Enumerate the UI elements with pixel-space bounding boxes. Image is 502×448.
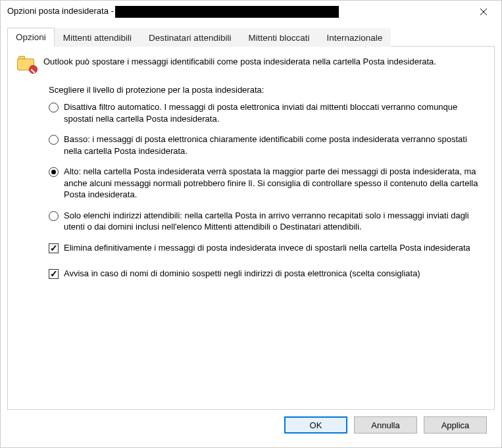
radio-solo-elenchi[interactable] <box>49 211 59 221</box>
close-button[interactable] <box>472 3 495 21</box>
close-icon <box>480 8 488 16</box>
checkbox-avvisa-label: Avvisa in caso di nomi di dominio sospet… <box>64 268 482 280</box>
radio-alto-label: Alto: nella cartella Posta indesiderata … <box>64 166 482 201</box>
redacted-account <box>115 6 339 18</box>
radio-disattiva[interactable] <box>49 103 59 112</box>
checkbox-elimina[interactable] <box>49 243 59 253</box>
intro-text: Outlook può spostare i messaggi identifi… <box>43 56 436 68</box>
radio-basso[interactable] <box>49 135 59 145</box>
ok-button[interactable]: OK <box>284 416 347 434</box>
apply-button[interactable]: Applica <box>424 416 487 434</box>
radio-alto[interactable] <box>49 167 59 177</box>
tab-mittenti-bloccati[interactable]: Mittenti bloccati <box>239 28 318 47</box>
button-bar: OK Annulla Applica <box>7 410 495 440</box>
radio-disattiva-label: Disattiva filtro automatico. I messaggi … <box>64 101 482 124</box>
tab-opzioni[interactable]: Opzioni <box>7 28 55 47</box>
tab-destinatari-attendibili[interactable]: Destinatari attendibili <box>140 28 239 47</box>
radio-solo-elenchi-label: Solo elenchi indirizzi attendibili: nell… <box>64 210 482 233</box>
tab-internazionale[interactable]: Internazionale <box>318 28 391 47</box>
cancel-button[interactable]: Annulla <box>354 416 417 434</box>
tab-strip: Opzioni Mittenti attendibili Destinatari… <box>7 27 495 47</box>
checkbox-elimina-label: Elimina definitivamente i messaggi di po… <box>64 242 482 254</box>
tab-panel-opzioni: Outlook può spostare i messaggi identifi… <box>7 47 495 410</box>
tab-mittenti-attendibili[interactable]: Mittenti attendibili <box>55 28 140 47</box>
choose-level-label: Scegliere il livello di protezione per l… <box>49 85 482 95</box>
window-title: Opzioni posta indesiderata - <box>7 6 339 18</box>
junk-folder-icon <box>17 56 37 73</box>
checkbox-avvisa[interactable] <box>49 269 59 279</box>
radio-basso-label: Basso: i messaggi di posta elettronica c… <box>64 134 482 157</box>
title-bar: Opzioni posta indesiderata - <box>1 1 501 23</box>
